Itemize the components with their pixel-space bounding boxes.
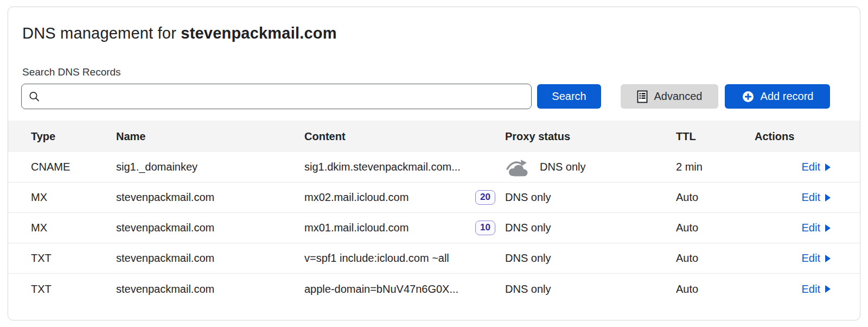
proxy-status-label: DNS only: [505, 222, 551, 234]
cell-type: MX: [31, 191, 116, 204]
cell-content: v=spf1 include:icloud.com ~all: [304, 252, 449, 265]
column-header-proxy-status: Proxy status: [505, 130, 676, 143]
column-header-ttl: TTL: [676, 130, 755, 143]
mx-priority-badge: 10: [475, 221, 495, 235]
column-header-type: Type: [31, 130, 116, 143]
right-triangle-icon: [825, 163, 831, 171]
page-title-prefix: DNS management for: [22, 24, 181, 42]
table-header-row: Type Name Content Proxy status TTL Actio…: [8, 121, 860, 152]
cell-content: sig1.dkim.stevenpackmail.com...: [304, 161, 461, 173]
cell-proxy-status: DNS only: [505, 252, 676, 265]
cell-ttl: Auto: [676, 222, 755, 234]
right-triangle-icon: [825, 194, 831, 202]
search-button[interactable]: Search: [537, 84, 601, 109]
edit-button[interactable]: Edit: [802, 252, 831, 265]
cell-content: apple-domain=bNuV47n6G0X...: [304, 283, 458, 295]
cell-name: stevenpackmail.com: [116, 222, 304, 234]
page-title: DNS management for stevenpackmail.com: [22, 24, 860, 42]
add-record-button-label: Add record: [761, 90, 814, 103]
right-triangle-icon: [825, 285, 831, 293]
column-header-actions: Actions: [755, 130, 831, 143]
magnifier-icon: [28, 91, 40, 103]
cell-proxy-status: DNS only: [505, 191, 676, 204]
edit-button[interactable]: Edit: [802, 191, 831, 204]
plus-circle-icon: [742, 90, 755, 103]
right-triangle-icon: [825, 255, 831, 262]
edit-label: Edit: [802, 252, 820, 265]
table-row: TXT stevenpackmail.com v=spf1 include:ic…: [8, 243, 860, 274]
cell-ttl: 2 min: [676, 161, 755, 173]
edit-label: Edit: [802, 222, 820, 234]
table-row: MX stevenpackmail.com mx01.mail.icloud.c…: [8, 213, 860, 243]
cell-name: stevenpackmail.com: [116, 252, 304, 265]
column-header-name: Name: [116, 130, 304, 143]
dns-records-table: Type Name Content Proxy status TTL Actio…: [8, 121, 860, 304]
proxy-status-label: DNS only: [540, 161, 585, 173]
page-title-domain: stevenpackmail.com: [181, 24, 336, 42]
cell-name: sig1._domainkey: [116, 161, 304, 173]
cell-type: CNAME: [31, 161, 116, 173]
cell-name: stevenpackmail.com: [116, 283, 304, 295]
cell-type: TXT: [31, 252, 116, 265]
dns-only-cloud-icon: [505, 158, 530, 177]
edit-button[interactable]: Edit: [802, 161, 831, 173]
edit-button[interactable]: Edit: [802, 222, 831, 234]
table-row: CNAME sig1._domainkey sig1.dkim.stevenpa…: [8, 152, 860, 183]
table-row: MX stevenpackmail.com mx02.mail.icloud.c…: [8, 183, 860, 213]
search-toolbar: Search Advanced Add record: [8, 84, 860, 109]
search-box[interactable]: [21, 84, 532, 109]
cell-type: MX: [31, 222, 116, 234]
proxy-status-label: DNS only: [505, 283, 551, 295]
cell-proxy-status: DNS only: [505, 283, 676, 295]
cell-content: mx02.mail.icloud.com: [304, 191, 409, 204]
advanced-button[interactable]: Advanced: [621, 84, 718, 109]
cell-type: TXT: [31, 283, 116, 295]
column-header-content: Content: [304, 130, 505, 143]
dns-management-card: DNS management for stevenpackmail.com Se…: [8, 7, 860, 320]
cell-ttl: Auto: [676, 252, 755, 265]
cell-ttl: Auto: [676, 283, 755, 295]
proxy-status-label: DNS only: [505, 252, 551, 265]
proxy-status-label: DNS only: [505, 191, 551, 204]
table-row: TXT stevenpackmail.com apple-domain=bNuV…: [8, 274, 860, 304]
right-triangle-icon: [825, 224, 831, 232]
list-document-icon: [637, 90, 648, 103]
cell-proxy-status: DNS only: [505, 158, 676, 177]
cell-content: mx01.mail.icloud.com: [304, 222, 409, 234]
add-record-button[interactable]: Add record: [725, 84, 830, 109]
mx-priority-badge: 20: [475, 190, 495, 204]
search-input[interactable]: [46, 91, 525, 103]
search-label: Search DNS Records: [22, 66, 860, 78]
advanced-button-label: Advanced: [654, 90, 703, 103]
edit-label: Edit: [802, 191, 820, 204]
edit-button[interactable]: Edit: [802, 283, 831, 295]
cell-name: stevenpackmail.com: [116, 191, 304, 204]
cell-proxy-status: DNS only: [505, 222, 676, 234]
cell-ttl: Auto: [676, 191, 755, 204]
edit-label: Edit: [802, 283, 820, 295]
edit-label: Edit: [802, 161, 820, 173]
